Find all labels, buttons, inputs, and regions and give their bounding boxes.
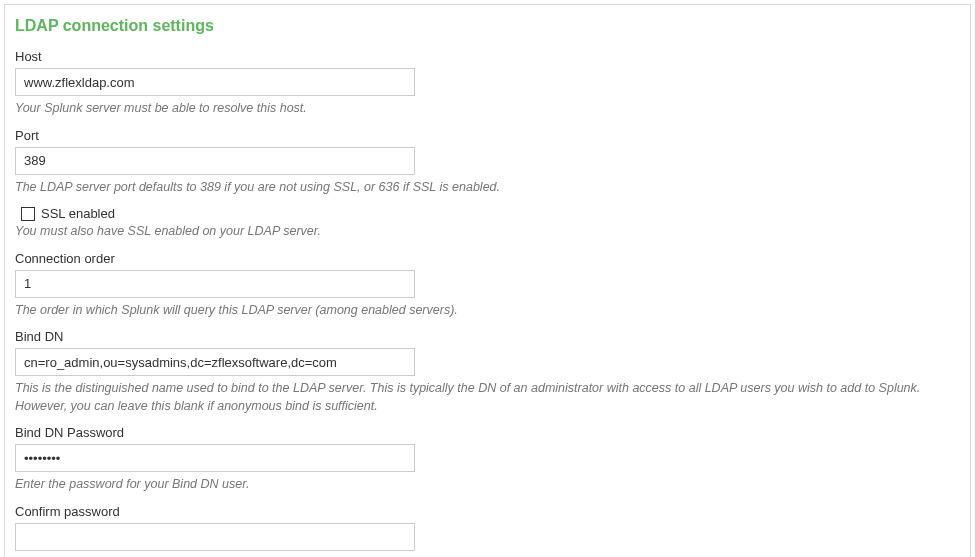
bind-dn-password-input[interactable] xyxy=(15,444,415,472)
confirm-password-field-group: Confirm password xyxy=(15,504,960,551)
port-help: The LDAP server port defaults to 389 if … xyxy=(15,179,960,197)
host-help: Your Splunk server must be able to resol… xyxy=(15,100,960,118)
bind-dn-field-group: Bind DN This is the distinguished name u… xyxy=(15,329,960,415)
confirm-password-label: Confirm password xyxy=(15,504,960,519)
connection-order-label: Connection order xyxy=(15,251,960,266)
confirm-password-input[interactable] xyxy=(15,523,415,551)
connection-order-field-group: Connection order The order in which Splu… xyxy=(15,251,960,320)
port-input[interactable] xyxy=(15,147,415,175)
host-label: Host xyxy=(15,49,960,64)
port-field-group: Port The LDAP server port defaults to 38… xyxy=(15,128,960,197)
host-field-group: Host Your Splunk server must be able to … xyxy=(15,49,960,118)
bind-dn-password-label: Bind DN Password xyxy=(15,425,960,440)
host-input[interactable] xyxy=(15,68,415,96)
ssl-checkbox-row: SSL enabled xyxy=(21,206,960,221)
bind-dn-password-field-group: Bind DN Password Enter the password for … xyxy=(15,425,960,494)
connection-order-input[interactable] xyxy=(15,270,415,298)
bind-dn-password-help: Enter the password for your Bind DN user… xyxy=(15,476,960,494)
ssl-checkbox[interactable] xyxy=(21,207,35,221)
ssl-help: You must also have SSL enabled on your L… xyxy=(15,223,960,241)
ssl-field-group: SSL enabled You must also have SSL enabl… xyxy=(15,206,960,241)
bind-dn-input[interactable] xyxy=(15,348,415,376)
ldap-settings-panel: LDAP connection settings Host Your Splun… xyxy=(4,4,971,557)
bind-dn-label: Bind DN xyxy=(15,329,960,344)
connection-order-help: The order in which Splunk will query thi… xyxy=(15,302,960,320)
bind-dn-help: This is the distinguished name used to b… xyxy=(15,380,960,415)
ssl-checkbox-label[interactable]: SSL enabled xyxy=(41,206,115,221)
panel-title: LDAP connection settings xyxy=(15,17,960,35)
port-label: Port xyxy=(15,128,960,143)
